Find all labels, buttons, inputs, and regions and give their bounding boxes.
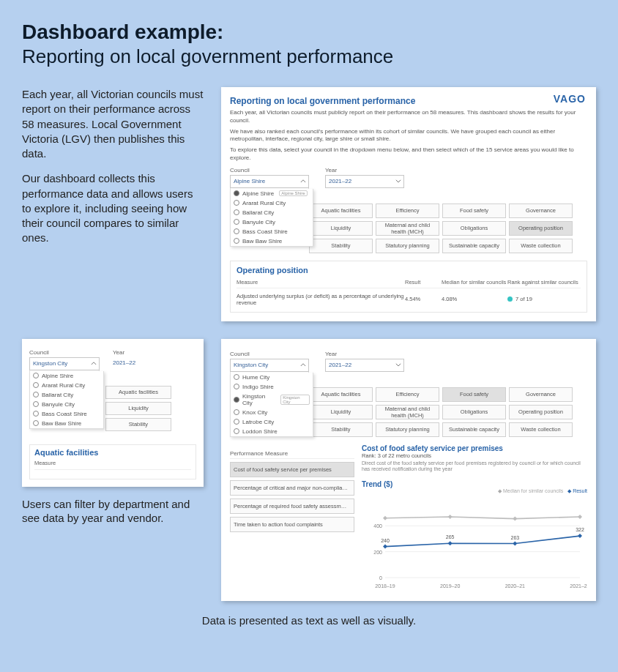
dropdown-item[interactable]: Baw Baw Shire [231,236,313,246]
svg-text:263: 263 [510,534,519,540]
performance-measure-item[interactable]: Time taken to action food complaints [230,517,354,532]
dropdown-item[interactable]: Alpine Shire [30,371,103,381]
council-dropdown[interactable]: Alpine ShireAlpine ShireArarat Rural Cit… [230,189,313,247]
council-select[interactable]: Alpine Shire [230,175,309,188]
dropdown-item[interactable]: Bass Coast Shire [30,409,103,419]
svg-text:2020–21: 2020–21 [505,583,525,589]
mini-tiles: Aquatic facilities Liquidity Stability [105,386,171,431]
service-area-tile[interactable]: Aquatic facilities [309,387,373,402]
year-select-value: 2021–22 [329,178,351,184]
service-area-tile[interactable]: Stability [309,239,373,253]
mini-year-value: 2021–22 [113,359,135,366]
radio-icon [33,392,39,397]
service-area-tile[interactable]: Operating position [509,405,573,419]
service-area-tile[interactable]: Efficiency [376,387,439,402]
td-median: 4.08% [442,296,507,302]
mini-council-select[interactable]: Kingston City [29,357,100,370]
radio-icon [234,190,239,196]
screenshot-panel-2: Council Kingston City Search Hume CityIn… [221,339,596,601]
dropdown-item[interactable]: Indigo Shire [231,382,313,392]
p2-council-label: Council [230,351,309,357]
service-area-tile[interactable]: Liquidity [309,405,373,419]
service-area-tile[interactable]: Waste collection [509,239,573,253]
dropdown-item[interactable]: Kingston CityKingston City [231,392,313,408]
service-area-tile[interactable]: Governance [509,204,573,218]
operating-position-card: Operating position Measure Result Median… [230,261,587,313]
p2-year-select[interactable]: 2021–22 [325,359,404,372]
dropdown-item-label: Bass Coast Shire [242,228,288,235]
service-area-tile[interactable]: Operating position [509,221,573,236]
service-area-tile[interactable]: Food safety [442,204,506,218]
chart-rank: Rank: 3 of 22 metro councils [362,452,587,459]
service-area-tile[interactable]: Governance [509,387,573,402]
dropdown-item[interactable]: Knox City [231,408,313,417]
performance-measure-item[interactable]: Cost of food safety service per premises [230,462,354,477]
dropdown-item[interactable]: Alpine ShireAlpine Shire [231,189,313,198]
panel1-filters: Council Alpine Shire Search Alpine Shire… [230,167,587,199]
dropdown-item[interactable]: Hume City [231,373,313,382]
dropdown-item-label: Bass Coast Shire [42,411,87,417]
p2-council-select[interactable]: Kingston City [230,359,309,372]
dropdown-item[interactable]: Baw Baw Shire [30,419,103,428]
dropdown-item[interactable]: Banyule City [30,400,103,409]
service-area-tile[interactable]: Maternal and child health (MCH) [376,221,439,236]
service-area-tile[interactable]: Efficiency [376,204,439,218]
chart-legend: ◆ Median for similar councils ◆ Result [362,488,587,494]
dropdown-item-label: Baw Baw Shire [242,238,282,244]
service-area-tile[interactable]: Food safety [442,387,506,402]
year-label: Year [325,167,404,173]
radio-icon [234,428,239,434]
pm-label: Performance Measure [230,450,354,459]
performance-measure-item[interactable]: Percentage of critical and major non-com… [230,480,354,496]
screenshot-panel-mini: Council Kingston City Search Alpine Shir… [22,339,204,487]
service-area-tile[interactable]: Statutory planning [376,239,439,253]
mini-year-select[interactable]: 2021–22 [113,357,183,369]
radio-icon [234,384,239,389]
service-area-tile[interactable]: Sustainable capacity [442,239,506,253]
caption-visual: Data is presented as text as well as vis… [22,614,596,627]
service-area-tile[interactable]: Obligations [442,221,506,236]
service-area-tile[interactable]: Liquidity [309,221,373,236]
dropdown-item[interactable]: Loddon Shire [231,427,313,436]
dropdown-item-label: Ballarat City [242,209,274,216]
section-title: Operating position [237,266,581,275]
service-area-tile[interactable]: Waste collection [509,422,573,437]
radio-icon [234,219,239,225]
radio-icon [234,397,239,403]
dropdown-item[interactable]: Latrobe City [231,417,313,427]
service-area-tile[interactable]: Maternal and child health (MCH) [376,405,439,419]
mini-tile-stability[interactable]: Stability [105,418,171,431]
service-area-tile[interactable]: Stability [309,422,373,437]
rank-dot-icon [507,296,513,302]
rank-text: 7 of 19 [515,296,532,302]
year-select[interactable]: 2021–22 [325,175,404,188]
radio-icon [33,373,39,378]
dropdown-item-label: Ballarat City [42,392,73,398]
service-area-tile[interactable]: Obligations [442,405,506,419]
p2-dropdown[interactable]: Hume CityIndigo ShireKingston CityKingst… [230,373,313,437]
mini-council-value: Kingston City [33,360,67,367]
dropdown-item[interactable]: Bass Coast Shire [231,227,313,236]
service-area-tile[interactable]: Sustainable capacity [442,422,506,437]
mini-section: Aquatic facilities Measure [29,444,196,479]
chevron-down-icon [395,363,401,367]
dropdown-item[interactable]: Ararat Rural City [30,381,103,390]
dropdown-item[interactable]: Banyule City [231,217,313,227]
p2-service-area-tiles: Aquatic facilitiesEfficiencyFood safetyG… [309,387,573,437]
performance-measure-item[interactable]: Percentage of required food safety asses… [230,499,354,514]
mini-tile-aquatic[interactable]: Aquatic facilities [105,386,171,399]
mini-tile-liquidity[interactable]: Liquidity [105,402,171,415]
service-area-tile[interactable]: Aquatic facilities [309,204,373,218]
mini-section-title: Aquatic facilities [34,448,191,457]
selection-tag: Alpine Shire [279,190,307,196]
service-area-tile[interactable]: Statutory planning [376,422,439,437]
chevron-up-icon [300,179,306,184]
dropdown-item-label: Alpine Shire [42,373,73,379]
dropdown-item[interactable]: Ararat Rural City [231,198,313,208]
th-rank: Rank against similar councils [507,279,581,285]
svg-text:265: 265 [446,534,455,540]
dropdown-item[interactable]: Ballarat City [231,208,313,217]
mini-dropdown[interactable]: Alpine ShireArarat Rural CityBallarat Ci… [29,371,104,429]
radio-icon [234,409,239,415]
dropdown-item[interactable]: Ballarat City [30,390,103,400]
